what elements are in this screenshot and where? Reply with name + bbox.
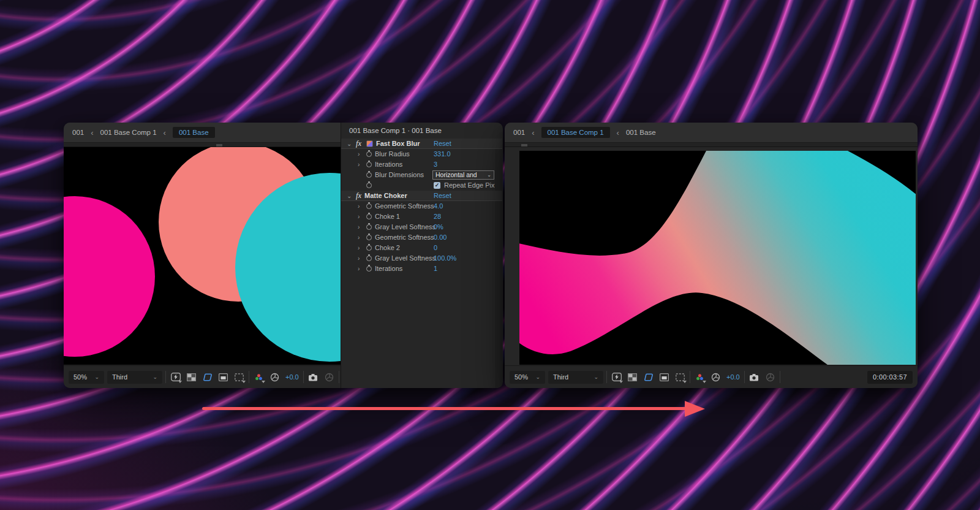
param-value[interactable]: 28 xyxy=(434,211,441,222)
twirl-closed-icon[interactable]: › xyxy=(358,222,360,232)
param-label: Gray Level Softness xyxy=(375,222,435,232)
back-chevron-icon: ‹ xyxy=(91,128,93,137)
param-value[interactable]: 4.0 xyxy=(434,201,443,211)
resolution-dropdown[interactable]: Third ⌄ xyxy=(107,371,162,384)
param-value[interactable]: 0.00 xyxy=(434,232,447,243)
stopwatch-icon[interactable] xyxy=(366,235,372,240)
param-value[interactable]: 0 xyxy=(434,243,437,253)
param-row-choke-1: › Choke 1 28 xyxy=(341,211,502,222)
show-snapshot-button[interactable] xyxy=(764,371,777,383)
param-value[interactable]: 1 xyxy=(434,264,437,274)
twirl-open-icon[interactable]: ⌄ xyxy=(347,191,352,201)
effect-name[interactable]: Matte Choker xyxy=(364,191,407,201)
param-row-blur-radius: › Blur Radius 331.0 xyxy=(341,149,502,159)
toolbar-separator xyxy=(165,371,166,383)
effect-header-fast-box-blur[interactable]: ⌄ fx Fast Box Blur Reset xyxy=(341,139,502,149)
reset-exposure-button[interactable] xyxy=(268,371,281,383)
reset-exposure-button[interactable] xyxy=(709,371,722,383)
twirl-closed-icon[interactable]: › xyxy=(358,211,360,222)
dropdown-arrow-icon xyxy=(619,381,623,383)
dropdown-value: Horizontal and xyxy=(435,171,477,179)
effect-name[interactable]: Fast Box Blur xyxy=(376,139,420,149)
layer-viewer-window: 001 ‹ 001 Base Comp 1 ‹ 001 Base 50% ⌄ T… xyxy=(64,123,503,388)
twirl-closed-icon[interactable]: › xyxy=(358,232,360,243)
param-value[interactable]: 0% xyxy=(434,222,443,232)
breadcrumb: 001 ‹ 001 Base Comp 1 ‹ 001 Base xyxy=(505,123,918,142)
horizontal-scrollbar[interactable] xyxy=(505,142,918,147)
breadcrumb-item-001[interactable]: 001 xyxy=(72,129,84,136)
reset-link[interactable]: Reset xyxy=(434,191,451,201)
twirl-open-icon[interactable]: ⌄ xyxy=(347,139,352,149)
composition-canvas xyxy=(64,147,341,365)
mask-visibility-button[interactable] xyxy=(642,371,655,383)
chevron-down-icon: ⌄ xyxy=(535,374,540,380)
toolbar-separator xyxy=(780,371,780,383)
horizontal-scrollbar[interactable] xyxy=(64,142,341,147)
timecode-display[interactable]: 0:00:03:57 xyxy=(867,371,913,384)
stopwatch-icon[interactable] xyxy=(366,204,372,209)
resolution-dropdown[interactable]: Third ⌄ xyxy=(548,371,603,384)
stopwatch-icon[interactable] xyxy=(366,162,372,167)
stopwatch-icon[interactable] xyxy=(366,172,372,178)
stopwatch-icon[interactable] xyxy=(366,151,372,157)
stopwatch-icon[interactable] xyxy=(366,256,372,261)
checkbox-checked[interactable]: ✓ xyxy=(434,182,440,189)
exposure-value[interactable]: +0.0 xyxy=(725,373,741,381)
chevron-down-icon: ⌄ xyxy=(153,374,157,380)
magnification-dropdown[interactable]: 50% ⌄ xyxy=(69,371,104,384)
snapshot-region-button[interactable] xyxy=(658,371,671,383)
breadcrumb-item-base[interactable]: 001 Base xyxy=(626,129,656,136)
breadcrumb-item-base-comp[interactable]: 001 Base Comp 1 xyxy=(100,129,157,136)
param-label: Choke 1 xyxy=(375,211,400,222)
resolution-value: Third xyxy=(112,373,127,381)
breadcrumb-item-001[interactable]: 001 xyxy=(513,129,525,136)
comp-viewer-window: 001 ‹ 001 Base Comp 1 ‹ 001 Base xyxy=(505,123,918,388)
region-of-interest-button[interactable] xyxy=(674,371,687,383)
twirl-closed-icon[interactable]: › xyxy=(358,149,360,159)
breadcrumb-item-base-active[interactable]: 001 Base xyxy=(173,127,215,138)
stopwatch-icon[interactable] xyxy=(366,245,372,251)
param-value[interactable]: 100.0% xyxy=(434,253,456,264)
snapshot-region-button[interactable] xyxy=(217,371,230,383)
param-value[interactable]: 3 xyxy=(434,159,437,170)
transparency-grid-button[interactable] xyxy=(626,371,639,383)
stopwatch-icon[interactable] xyxy=(366,214,372,219)
take-snapshot-button[interactable] xyxy=(307,371,320,383)
transparency-grid-button[interactable] xyxy=(185,371,198,383)
fast-previews-button[interactable] xyxy=(169,371,182,383)
dropdown-arrow-icon xyxy=(262,381,265,383)
stopwatch-icon[interactable] xyxy=(366,224,372,230)
show-snapshot-button[interactable] xyxy=(323,371,336,383)
effect-header-matte-choker[interactable]: ⌄ fx Matte Choker Reset xyxy=(341,191,502,201)
stopwatch-icon[interactable] xyxy=(366,266,372,272)
twirl-closed-icon[interactable]: › xyxy=(358,243,360,253)
scrollbar-handle[interactable] xyxy=(521,144,527,147)
layer-view-canvas[interactable] xyxy=(64,147,341,365)
param-label: Blur Radius xyxy=(375,149,410,159)
mask-visibility-button[interactable] xyxy=(201,371,214,383)
param-value[interactable]: 331.0 xyxy=(434,149,451,159)
toolbar-separator xyxy=(606,371,607,383)
twirl-closed-icon[interactable]: › xyxy=(358,159,360,170)
scrollbar-handle[interactable] xyxy=(216,144,222,147)
param-row-repeat-edge-pixels: ✓ Repeat Edge Pix xyxy=(341,180,502,191)
twirl-closed-icon[interactable]: › xyxy=(358,264,360,274)
param-row-geometric-softness-1: › Geometric Softness 4.0 xyxy=(341,201,502,211)
magnification-dropdown[interactable]: 50% ⌄ xyxy=(510,371,545,384)
breadcrumb-item-base-comp-active[interactable]: 001 Base Comp 1 xyxy=(541,127,610,138)
show-channels-button[interactable] xyxy=(693,371,706,383)
effect-thumbnail-icon xyxy=(366,140,373,147)
twirl-closed-icon[interactable]: › xyxy=(358,201,360,211)
param-label: Iterations xyxy=(375,264,402,274)
dropdown-arrow-icon xyxy=(178,381,182,383)
show-channels-button[interactable] xyxy=(252,371,265,383)
region-of-interest-button[interactable] xyxy=(233,371,246,383)
blur-dimensions-dropdown[interactable]: Horizontal and ⌄ xyxy=(432,170,494,180)
fast-previews-button[interactable] xyxy=(610,371,623,383)
take-snapshot-button[interactable] xyxy=(748,371,761,383)
comp-view-canvas[interactable] xyxy=(505,147,918,365)
twirl-closed-icon[interactable]: › xyxy=(358,253,360,264)
stopwatch-icon[interactable] xyxy=(366,183,372,188)
exposure-value[interactable]: +0.0 xyxy=(284,373,300,381)
reset-link[interactable]: Reset xyxy=(434,139,451,149)
